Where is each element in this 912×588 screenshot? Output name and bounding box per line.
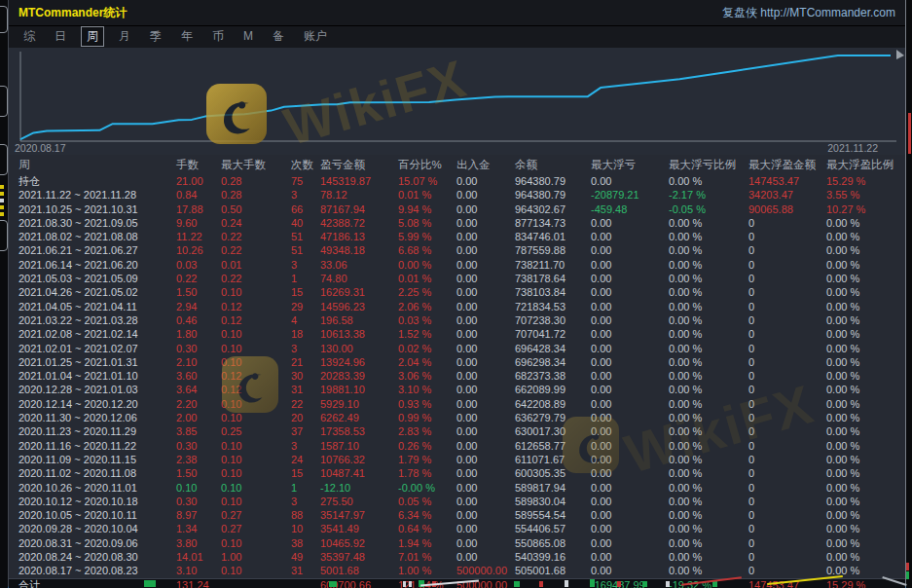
- table-row[interactable]: 2021.08.02 ~ 2021.08.0811.220.225147186.…: [9, 230, 905, 243]
- table-row[interactable]: 2021.01.25 ~ 2021.01.312.100.102113924.9…: [9, 355, 905, 369]
- cell-max_float_profit_pct: 0.00 %: [826, 355, 905, 369]
- table-row[interactable]: 2021.06.14 ~ 2021.06.200.030.01333.060.0…: [9, 258, 905, 272]
- cell-max_float_profit: 34203.47: [748, 188, 826, 202]
- col-header-max_float_loss_pct[interactable]: 最大浮亏比例: [669, 155, 748, 174]
- cell-percent: -0.00 %: [398, 481, 456, 495]
- cell-lots: 2.10: [176, 355, 221, 369]
- table-row[interactable]: 2020.10.05 ~ 2020.10.118.970.278835147.9…: [9, 508, 905, 522]
- table-row[interactable]: 2021.05.03 ~ 2021.05.090.220.22174.800.0…: [9, 272, 905, 285]
- col-header-lots[interactable]: 手数: [176, 155, 221, 174]
- cell-count: 1: [291, 481, 320, 495]
- menu-item-备[interactable]: 备: [268, 27, 289, 46]
- cell-lots: 0.30: [176, 439, 221, 453]
- cell-count: 29: [291, 300, 320, 313]
- menu-item-日[interactable]: 日: [50, 27, 71, 46]
- cell-max_lots: 0.28: [221, 188, 291, 202]
- cell-lots: 0.46: [176, 313, 221, 327]
- cell-pnl: 10465.92: [320, 536, 398, 550]
- cell-deposit: 0.00: [456, 439, 515, 453]
- table-row[interactable]: 2020.11.02 ~ 2020.11.081.500.101510487.4…: [9, 466, 905, 480]
- cell-max_float_profit: 0: [748, 300, 826, 313]
- col-header-week[interactable]: 周: [18, 155, 176, 174]
- screen: MTCommander统计 复盘侠 http://MTCommander.com…: [0, 0, 912, 588]
- menu-item-综[interactable]: 综: [18, 27, 40, 46]
- cell-balance: 877134.73: [515, 216, 591, 230]
- menu-item-季[interactable]: 季: [145, 27, 166, 46]
- menu-item-月[interactable]: 月: [114, 27, 135, 46]
- cell-max_float_loss_pct: 0.00 %: [669, 536, 748, 550]
- table-row[interactable]: 2021.11.22 ~ 2021.11.280.840.28378.120.0…: [9, 188, 905, 202]
- col-header-percent[interactable]: 百分比%: [398, 155, 456, 174]
- cell-balance: 721834.53: [515, 300, 591, 313]
- cell-max_float_profit: 0: [748, 508, 826, 522]
- cell-balance: 505001.68: [515, 564, 591, 577]
- col-header-max_float_profit[interactable]: 最大浮盈金额: [748, 155, 826, 174]
- cell-count: 3: [291, 342, 320, 355]
- cell-max_float_loss: -459.48: [591, 202, 669, 216]
- chart-handle-icon: [896, 50, 904, 59]
- cell-week: 2020.08.31 ~ 2020.09.06: [18, 536, 176, 550]
- table-row[interactable]: 2020.10.26 ~ 2020.11.010.100.101-12.10-0…: [9, 481, 905, 495]
- cell-week: 2021.02.08 ~ 2021.02.14: [18, 327, 176, 341]
- table-row[interactable]: 2021.03.22 ~ 2021.03.280.460.124196.580.…: [9, 313, 905, 327]
- cell-max_float_loss_pct: 0.00 %: [669, 369, 748, 383]
- table-row[interactable]: 2021.08.30 ~ 2021.09.059.600.244042388.7…: [9, 216, 905, 230]
- table-row[interactable]: 2021.02.01 ~ 2021.02.070.300.103130.000.…: [9, 342, 905, 355]
- col-header-max_float_profit_pct[interactable]: 最大浮盈比例: [826, 155, 905, 174]
- menu-item-周[interactable]: 周: [81, 26, 104, 47]
- col-header-balance[interactable]: 余额: [515, 155, 591, 174]
- table-row[interactable]: 2020.11.09 ~ 2020.11.152.380.102410766.3…: [9, 453, 905, 466]
- table-row[interactable]: 2021.04.05 ~ 2021.04.112.940.122914596.2…: [9, 300, 905, 313]
- cell-percent: 2.83 %: [398, 424, 456, 438]
- cell-week: 2021.06.21 ~ 2021.06.27: [18, 243, 176, 257]
- table-row[interactable]: 2020.08.24 ~ 2020.08.3014.011.004935397.…: [9, 550, 905, 564]
- menu-item-账户[interactable]: 账户: [299, 27, 332, 46]
- table-row[interactable]: 持仓21.000.2875145319.8715.07 %0.00964380.…: [9, 174, 905, 188]
- col-header-pnl[interactable]: 盈亏金额: [320, 155, 398, 174]
- cell-max_float_loss_pct: 0.00 %: [669, 481, 748, 495]
- cell-percent: 0.05 %: [398, 495, 456, 508]
- brand-link[interactable]: 复盘侠 http://MTCommander.com: [722, 5, 895, 21]
- cell-deposit: 0.00: [456, 188, 515, 202]
- cell-max_float_profit_pct: 0.00 %: [826, 230, 905, 243]
- table-row[interactable]: 2021.02.08 ~ 2021.02.141.800.101810613.3…: [9, 327, 905, 341]
- col-header-deposit[interactable]: 出入金: [456, 155, 515, 174]
- cell-count: 1: [291, 272, 320, 285]
- cell-max_float_loss: -20879.21: [591, 188, 669, 202]
- col-header-max_lots[interactable]: 最大手数: [221, 155, 291, 174]
- cell-pnl: 14596.23: [320, 300, 398, 313]
- cell-deposit: 0.00: [456, 230, 515, 243]
- cell-max_lots: 0.27: [221, 522, 291, 535]
- cell-pnl: 16269.31: [320, 285, 398, 299]
- cell-pnl: 13924.96: [320, 355, 398, 369]
- table-row[interactable]: 2020.10.12 ~ 2020.10.180.300.103275.500.…: [9, 495, 905, 508]
- cell-lots: 0.22: [176, 272, 221, 285]
- cell-count: 15: [291, 285, 320, 299]
- cell-percent: 0.93 %: [398, 397, 456, 411]
- table-row[interactable]: 2021.10.25 ~ 2021.10.3117.880.506687167.…: [9, 202, 905, 216]
- cell-week: 2021.01.04 ~ 2021.01.10: [18, 369, 176, 383]
- cell-max_float_profit: 0: [748, 481, 826, 495]
- cell-count: 4: [291, 313, 320, 327]
- table-row[interactable]: 2020.08.31 ~ 2020.09.063.800.103810465.9…: [9, 536, 905, 550]
- cell-deposit: 0.00: [456, 327, 515, 341]
- cell-balance: 738103.84: [515, 285, 591, 299]
- cell-lots: 3.64: [176, 383, 221, 396]
- col-header-max_float_loss[interactable]: 最大浮亏: [591, 155, 669, 174]
- col-header-count[interactable]: 次数: [291, 155, 320, 174]
- menu-item-币[interactable]: 币: [207, 27, 229, 46]
- table-row[interactable]: 2020.09.28 ~ 2020.10.041.340.27103541.49…: [9, 522, 905, 535]
- table-row[interactable]: 2021.04.26 ~ 2021.05.021.500.101516269.3…: [9, 285, 905, 299]
- menu-item-年[interactable]: 年: [176, 27, 198, 46]
- cell-balance: 589554.54: [515, 508, 591, 522]
- title-bar: MTCommander统计 复盘侠 http://MTCommander.com: [9, 0, 905, 26]
- menu-item-M[interactable]: M: [238, 28, 258, 44]
- cell-count: 37: [291, 424, 320, 438]
- cell-lots: 0.30: [176, 342, 221, 355]
- cell-max_float_loss_pct: 0.00 %: [669, 495, 748, 508]
- cell-count: 22: [291, 397, 320, 411]
- table-row[interactable]: 2020.08.17 ~ 2020.08.233.100.10315001.68…: [9, 564, 905, 577]
- cell-max_float_loss_pct: 0.00 %: [669, 342, 748, 355]
- table-row[interactable]: 2021.06.21 ~ 2021.06.2710.260.225149348.…: [9, 243, 905, 257]
- cell-deposit: 0.00: [456, 522, 515, 535]
